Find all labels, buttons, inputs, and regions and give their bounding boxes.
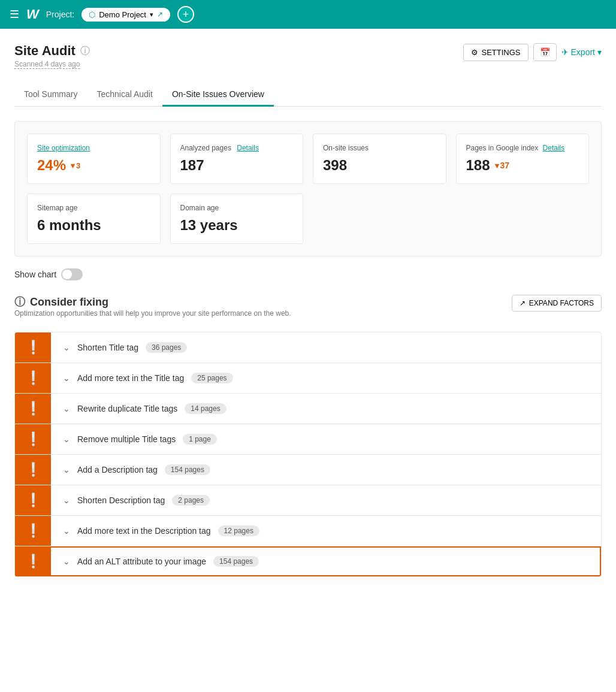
chevron-icon[interactable]: ⌄ [63,434,70,444]
chevron-down-icon: ▾ [597,47,602,57]
optimization-percentage: 24% [37,157,66,174]
stat-value-domain-age: 13 years [180,217,294,234]
issue-badge-add-description: 154 pages [165,464,210,475]
issue-item-add-more-description: ❕ ⌄ Add more text in the Description tag… [15,516,601,546]
alert-icon: ❕ [25,523,41,539]
stat-label-site-optimization: Site optimization [37,144,150,152]
section-title-text: Consider fixing [30,296,108,309]
issue-badge-add-more-description: 12 pages [218,525,259,536]
stat-onsite-issues: On-site issues 398 [313,134,446,184]
issue-badge-shorten-title: 36 pages [146,342,187,353]
expand-icon: ↗ [520,299,526,307]
issue-severity-shorten-description: ❕ [15,485,51,515]
chevron-icon[interactable]: ⌄ [63,465,70,475]
issue-badge-add-more-title: 25 pages [191,373,232,383]
tab-technical-audit[interactable]: Technical Audit [87,83,162,107]
stats-grid-bottom: Sitemap age 6 months Domain age 13 years [27,194,589,244]
issue-title-add-alt[interactable]: Add an ALT attribute to your image [77,557,206,566]
stat-value-onsite-issues: 398 [323,157,436,174]
analyzed-pages-details-link[interactable]: Details [237,144,259,152]
issue-content-rewrite-duplicate: ⌄ Rewrite duplicate Title tags 14 pages [51,394,601,424]
settings-label: SETTINGS [482,48,521,57]
tab-tool-summary[interactable]: Tool Summary [14,83,87,107]
issue-title-rewrite-duplicate[interactable]: Rewrite duplicate Title tags [77,404,177,413]
stat-value-site-optimization: 24% ▾ 3 [37,157,150,174]
chevron-icon[interactable]: ⌄ [63,404,70,413]
alert-icon: ❕ [25,370,41,386]
issue-severity-add-description: ❕ [15,455,51,485]
hamburger-menu-icon[interactable]: ☰ [10,8,19,21]
page-header: Site Audit ⓘ Scanned 4 days ago ⚙ SETTIN… [14,43,602,81]
stats-container: Site optimization 24% ▾ 3 Analyzed pages… [14,121,602,256]
down-arrow-icon: ▾ [71,161,75,170]
issue-title-add-more-title[interactable]: Add more text in the Title tag [77,373,184,383]
google-index-number: 188 [466,157,490,174]
stat-label-analyzed-pages: Analyzed pages Details [180,144,294,152]
alert-icon: ❕ [25,340,41,355]
domain-age-value: 13 years [180,217,238,234]
chevron-icon[interactable]: ⌄ [63,495,70,505]
gear-icon: ⚙ [471,48,478,57]
section-title: ⓘ Consider fixing [14,295,291,309]
issue-severity-add-alt: ❕ [15,546,51,576]
tab-on-site-issues[interactable]: On-Site Issues Overview [162,83,274,107]
page-title: Site Audit [14,43,76,59]
external-link-icon: ↗ [157,10,163,19]
export-button[interactable]: ✈ Export ▾ [561,47,602,57]
stat-label-sitemap-age: Sitemap age [37,204,150,212]
issue-badge-remove-multiple: 1 page [183,434,217,445]
issue-item-add-alt: ❕ ⌄ Add an ALT attribute to your image 1… [15,546,601,576]
issue-title-add-description[interactable]: Add a Description tag [77,465,158,475]
stat-label-google-index: Pages in Google index Details [466,144,579,152]
settings-button[interactable]: ⚙ SETTINGS [463,44,529,61]
issue-severity-add-more-title: ❕ [15,363,51,393]
section-header: ⓘ Consider fixing Optimization opportuni… [14,295,602,327]
add-project-button[interactable]: + [177,6,194,23]
logo: W [26,7,39,22]
chevron-icon[interactable]: ⌄ [63,343,70,352]
issue-title-add-more-description[interactable]: Add more text in the Description tag [77,526,211,536]
issue-content-remove-multiple: ⌄ Remove multiple Title tags 1 page [51,424,601,454]
calendar-button[interactable]: 📅 [533,43,557,61]
stat-value-sitemap-age: 6 months [37,217,150,234]
stat-site-optimization: Site optimization 24% ▾ 3 [27,134,161,184]
google-index-details-link[interactable]: Details [543,144,565,152]
down-arrow-icon: ▾ [495,161,499,170]
main-content: Site Audit ⓘ Scanned 4 days ago ⚙ SETTIN… [0,29,616,692]
stat-value-google-index: 188 ▾ 37 [466,157,579,174]
show-chart-toggle[interactable] [61,268,83,280]
stats-grid-top: Site optimization 24% ▾ 3 Analyzed pages… [27,134,589,184]
onsite-issues-number: 398 [323,157,347,174]
issue-content-add-description: ⌄ Add a Description tag 154 pages [51,455,601,485]
issue-title-shorten-title[interactable]: Shorten Title tag [77,343,138,352]
issue-severity-add-more-description: ❕ [15,516,51,546]
consider-fixing-section: ⓘ Consider fixing Optimization opportuni… [14,295,602,577]
section-subtitle: Optimization opportunities that will hel… [14,309,291,318]
issue-content-shorten-title: ⌄ Shorten Title tag 36 pages [51,333,601,362]
stat-sitemap-age: Sitemap age 6 months [27,194,161,244]
optimization-down-num: 3 [76,161,80,170]
issue-title-remove-multiple[interactable]: Remove multiple Title tags [77,434,176,444]
scan-time: Scanned 4 days ago [14,60,80,69]
project-selector-button[interactable]: ⬡ Demo Project ▾ ↗ [81,8,170,22]
issue-item-add-description: ❕ ⌄ Add a Description tag 154 pages [15,455,601,485]
issue-severity-remove-multiple: ❕ [15,424,51,454]
show-chart-row: Show chart [14,268,602,280]
expand-factors-button[interactable]: ↗ EXPAND FACTORS [512,295,602,312]
chevron-down-icon: ▾ [150,11,153,19]
issue-content-shorten-description: ⌄ Shorten Description tag 2 pages [51,485,601,515]
issue-severity-shorten-title: ❕ [15,333,51,362]
issue-badge-add-alt: 154 pages [213,556,259,567]
chevron-icon[interactable]: ⌄ [63,526,70,536]
export-label: Export [571,47,595,57]
help-icon[interactable]: ⓘ [80,45,90,58]
site-optimization-link[interactable]: Site optimization [37,144,90,152]
project-label: Project: [46,10,74,19]
header-actions: ⚙ SETTINGS 📅 ✈ Export ▾ [463,43,602,61]
google-index-down-num: 37 [500,161,510,170]
issue-title-shorten-description[interactable]: Shorten Description tag [77,495,165,505]
issue-severity-rewrite-duplicate: ❕ [15,394,51,424]
stat-google-index: Pages in Google index Details 188 ▾ 37 [456,134,590,184]
chevron-icon[interactable]: ⌄ [63,373,70,383]
chevron-icon[interactable]: ⌄ [63,557,70,566]
